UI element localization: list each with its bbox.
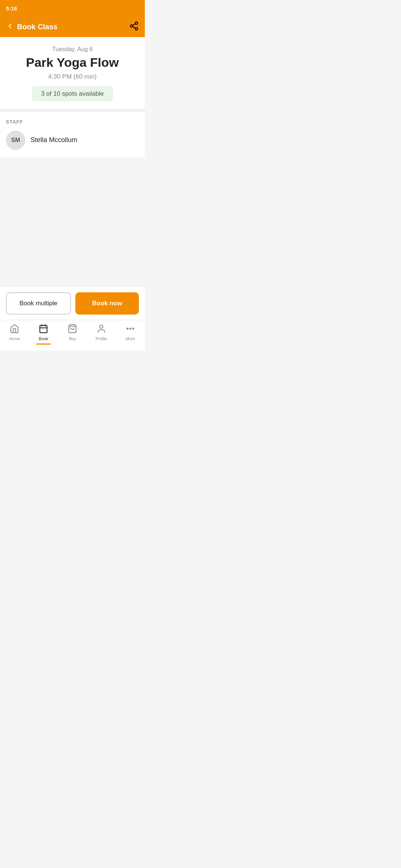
content-area: Tuesday, Aug 6 Park Yoga Flow 4:30 PM (6… [0, 37, 145, 351]
svg-point-11 [127, 328, 128, 329]
nav-item-buy[interactable]: Buy [58, 324, 87, 341]
home-icon [10, 324, 19, 335]
nav-label-home: Home [9, 336, 20, 341]
buy-icon [68, 324, 77, 335]
svg-point-13 [133, 328, 134, 329]
staff-section: STAFF SM Stella Mccollum [0, 112, 145, 157]
nav-label-buy: Buy [69, 336, 76, 341]
back-icon [6, 22, 14, 32]
book-icon [39, 324, 48, 335]
class-name: Park Yoga Flow [6, 55, 139, 70]
more-icon [125, 324, 135, 335]
nav-label-book: Book [39, 336, 48, 341]
content-spacer [0, 157, 145, 287]
status-bar: 5:16 [0, 0, 145, 16]
header: Book Class [0, 16, 145, 37]
book-multiple-button[interactable]: Book multiple [6, 292, 71, 315]
section-divider [0, 109, 145, 112]
back-button[interactable]: Book Class [6, 22, 58, 32]
class-date: Tuesday, Aug 6 [6, 46, 139, 53]
nav-label-profile: Profile [95, 336, 107, 341]
action-buttons: Book multiple Book now [0, 287, 145, 320]
bottom-nav: Home Book [0, 320, 145, 351]
nav-item-more[interactable]: More [116, 324, 145, 341]
svg-point-12 [130, 328, 131, 329]
svg-rect-5 [40, 325, 47, 333]
svg-point-10 [100, 325, 103, 328]
header-title: Book Class [17, 23, 58, 31]
book-now-button[interactable]: Book now [75, 292, 139, 315]
share-button[interactable] [129, 21, 139, 32]
nav-item-book[interactable]: Book [29, 324, 58, 341]
class-info-section: Tuesday, Aug 6 Park Yoga Flow 4:30 PM (6… [0, 37, 145, 109]
staff-item: SM Stella Mccollum [6, 131, 139, 150]
spots-badge: 3 of 10 spots available [32, 86, 113, 101]
nav-item-home[interactable]: Home [0, 324, 29, 341]
class-time: 4:30 PM (60 min) [6, 73, 139, 80]
staff-section-label: STAFF [6, 119, 139, 125]
profile-icon [97, 324, 106, 335]
svg-line-3 [133, 27, 135, 28]
status-time: 5:16 [6, 5, 17, 11]
nav-label-more: More [125, 336, 135, 341]
nav-item-profile[interactable]: Profile [87, 324, 116, 341]
staff-avatar: SM [6, 131, 25, 150]
staff-name: Stella Mccollum [30, 136, 77, 144]
svg-line-4 [133, 24, 135, 25]
